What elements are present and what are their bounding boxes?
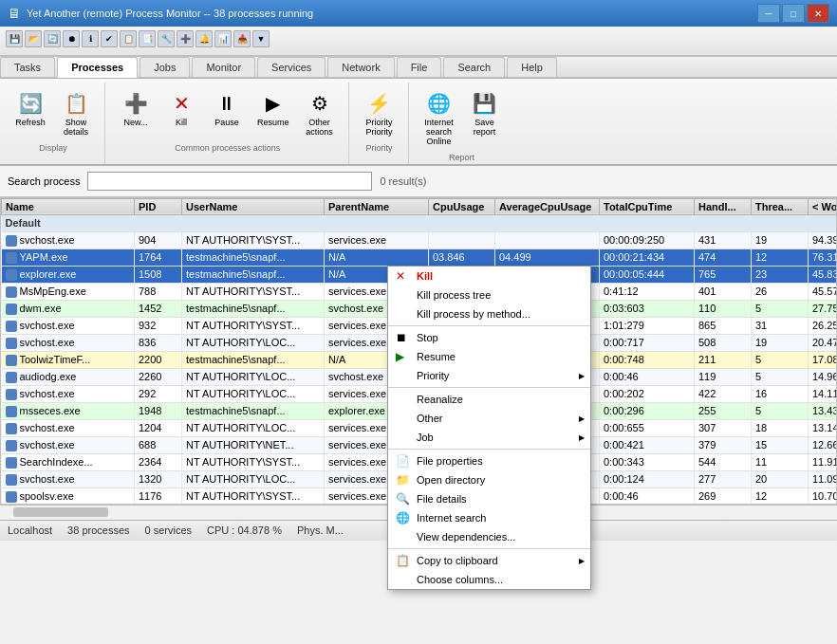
col-username[interactable]: UserName — [182, 198, 325, 214]
save-report-icon: 💾 — [470, 88, 500, 119]
quick-access-toolbar: 💾 📂 🔄 ⏺ ℹ ✔ 📋 📑 🔧 ➕ 🔔 📊 📥 ▼ — [6, 30, 270, 47]
new-label: New... — [123, 119, 147, 128]
ctx-file-details[interactable]: 🔍 File details — [388, 489, 590, 508]
stop-icon: ⏹ — [396, 331, 407, 344]
resume-label: Resume — [257, 119, 289, 128]
toolbar-top: 💾 📂 🔄 ⏺ ℹ ✔ 📋 📑 🔧 ➕ 🔔 📊 📥 ▼ — [6, 30, 831, 47]
ribbon: 🔄 Refresh 📋 Showdetails Display ➕ New...… — [0, 79, 837, 166]
ctx-priority[interactable]: Priority — [388, 366, 590, 385]
quick-icon-8[interactable]: 📑 — [139, 30, 156, 47]
status-services: 0 services — [145, 524, 193, 536]
tab-search[interactable]: Search — [443, 57, 505, 77]
ctx-kill[interactable]: ✕ Kill — [388, 267, 590, 285]
window-controls: ─ □ ✕ — [757, 4, 829, 23]
tab-monitor[interactable]: Monitor — [192, 57, 255, 77]
tab-services[interactable]: Services — [257, 57, 326, 77]
tab-processes[interactable]: Processes — [57, 57, 138, 78]
table-row[interactable]: YAPM.exe 1764testmachine5\snapf...N/A 03… — [2, 248, 838, 266]
window-title: Yet Another (remote) Process Monitor -- … — [27, 8, 313, 19]
col-avgcpu[interactable]: AverageCpuUsage — [495, 198, 600, 214]
ctx-kill-by-method[interactable]: Kill process by method... — [388, 304, 590, 323]
tab-jobs[interactable]: Jobs — [140, 57, 190, 77]
tab-network[interactable]: Network — [327, 57, 394, 77]
quick-icon-11[interactable]: 🔔 — [195, 30, 213, 47]
quick-icon-12[interactable]: 📊 — [214, 30, 232, 47]
tab-tasks[interactable]: Tasks — [0, 57, 55, 77]
refresh-icon: 🔄 — [15, 88, 46, 119]
ribbon-group-actions: ➕ New... ✕ Kill ⏸ Pause ▶ Resume ⚙ Other… — [111, 83, 349, 164]
tab-file[interactable]: File — [397, 57, 442, 77]
minimize-button[interactable]: ─ — [757, 4, 780, 23]
refresh-button[interactable]: 🔄 Refresh — [9, 84, 51, 141]
resume-button[interactable]: ▶ Resume — [251, 84, 295, 141]
app-icon: 🖥 — [8, 6, 21, 21]
ctx-reanalize[interactable]: Reanalize — [388, 390, 590, 409]
toolbar-area: 💾 📂 🔄 ⏺ ℹ ✔ 📋 📑 🔧 ➕ 🔔 📊 📥 ▼ — [0, 27, 837, 57]
table-row[interactable]: svchost.exe 904NT AUTHORITY\SYST...servi… — [2, 231, 838, 248]
quick-icon-13[interactable]: 📥 — [233, 30, 251, 47]
ctx-stop[interactable]: ⏹ Stop — [388, 328, 590, 347]
ctx-choose-columns[interactable]: Choose columns... — [388, 570, 590, 589]
priority-group-label: Priority — [366, 143, 393, 153]
quick-icon-7[interactable]: 📋 — [120, 30, 137, 47]
display-group-label: Display — [39, 143, 67, 153]
ctx-copy-to-clipboard[interactable]: 📋 Copy to clipboard — [388, 551, 590, 570]
other-actions-label: Otheractions — [306, 119, 333, 138]
resume-icon: ▶ — [258, 88, 288, 119]
col-handles[interactable]: Handl... — [695, 198, 752, 214]
ctx-internet-search[interactable]: 🌐 Internet search — [388, 508, 590, 527]
quick-icon-1[interactable]: 💾 — [6, 30, 23, 47]
tab-help[interactable]: Help — [507, 57, 557, 77]
close-button[interactable]: ✕ — [807, 4, 829, 23]
report-group-label: Report — [449, 153, 474, 162]
ctx-other[interactable]: Other — [388, 409, 590, 428]
file-details-icon: 🔍 — [396, 492, 410, 506]
priority-button[interactable]: ⚡ PriorityPriority — [359, 84, 400, 141]
col-cpuusage[interactable]: CpuUsage — [429, 198, 495, 214]
ctx-view-dependencies[interactable]: View dependencies... — [388, 527, 590, 546]
quick-icon-14[interactable]: ▼ — [252, 30, 270, 47]
ctx-file-properties[interactable]: 📄 File properties — [388, 451, 590, 470]
quick-icon-3[interactable]: 🔄 — [44, 30, 61, 47]
quick-icon-2[interactable]: 📂 — [25, 30, 42, 47]
show-details-button[interactable]: 📋 Showdetails — [55, 84, 97, 141]
other-actions-button[interactable]: ⚙ Otheractions — [299, 84, 341, 141]
col-threads[interactable]: Threa... — [752, 198, 809, 214]
pause-icon: ⏸ — [212, 88, 242, 119]
save-report-button[interactable]: 💾 Savereport — [464, 84, 506, 151]
col-name[interactable]: Name — [2, 198, 135, 214]
ctx-open-directory[interactable]: 📁 Open directory — [388, 470, 590, 489]
ctx-resume[interactable]: ▶ Resume — [388, 347, 590, 366]
kill-button[interactable]: ✕ Kill — [160, 84, 202, 141]
pause-button[interactable]: ⏸ Pause — [206, 84, 248, 141]
internet-search-label: InternetsearchOnline — [424, 119, 454, 147]
col-totalcpu[interactable]: TotalCpuTime — [600, 198, 695, 214]
action-buttons: ➕ New... ✕ Kill ⏸ Pause ▶ Resume ⚙ Other… — [115, 84, 341, 141]
file-properties-icon: 📄 — [396, 454, 410, 468]
status-cpu: CPU : 04.878 % — [207, 524, 282, 536]
col-pid[interactable]: PID — [135, 198, 182, 214]
quick-icon-4[interactable]: ⏺ — [63, 30, 80, 47]
internet-search-icon: 🌐 — [424, 88, 455, 119]
maximize-button[interactable]: □ — [782, 4, 805, 23]
kill-label: Kill — [176, 119, 187, 128]
quick-icon-5[interactable]: ℹ — [82, 30, 99, 47]
quick-icon-10[interactable]: ➕ — [177, 30, 194, 47]
ctx-job[interactable]: Job — [388, 428, 590, 447]
search-input[interactable] — [87, 172, 372, 191]
ctx-kill-process-tree[interactable]: Kill process tree — [388, 285, 590, 304]
ribbon-group-priority: ⚡ PriorityPriority Priority — [355, 83, 409, 164]
ribbon-group-report: 🌐 InternetsearchOnline 💾 Savereport Repo… — [415, 83, 513, 164]
search-bar: Search process 0 result(s) — [0, 166, 837, 197]
quick-icon-9[interactable]: 🔧 — [158, 30, 175, 47]
show-details-label: Showdetails — [64, 119, 88, 138]
copy-icon: 📋 — [396, 554, 410, 567]
new-button[interactable]: ➕ New... — [115, 84, 157, 141]
col-working[interactable]: < Workin... — [809, 198, 838, 214]
internet-search-button[interactable]: 🌐 InternetsearchOnline — [418, 84, 460, 151]
open-dir-icon: 📁 — [396, 473, 410, 487]
search-result: 0 result(s) — [380, 175, 426, 187]
col-parentname[interactable]: ParentName — [325, 198, 429, 214]
quick-icon-6[interactable]: ✔ — [101, 30, 118, 47]
other-actions-icon: ⚙ — [305, 88, 335, 119]
